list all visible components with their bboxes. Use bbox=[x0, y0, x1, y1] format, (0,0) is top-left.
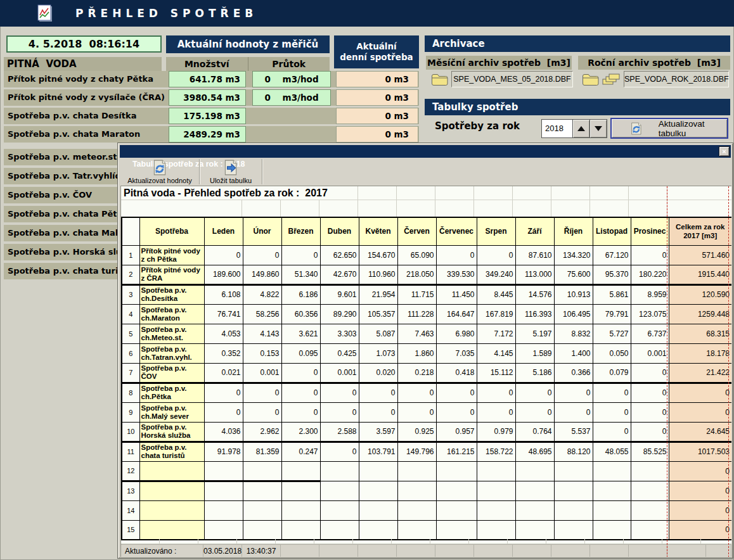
month-value-cell[interactable] bbox=[477, 461, 515, 481]
month-value-cell[interactable]: 0 bbox=[320, 383, 359, 402]
month-value-cell[interactable]: 0 bbox=[436, 383, 477, 402]
month-value-cell[interactable]: 0 bbox=[359, 383, 397, 402]
row-number-cell[interactable]: 15 bbox=[122, 520, 139, 540]
month-value-cell[interactable]: 0 bbox=[281, 402, 320, 422]
row-number-cell[interactable]: 3 bbox=[122, 284, 139, 304]
month-value-cell[interactable] bbox=[281, 500, 320, 520]
month-value-cell[interactable]: 149.796 bbox=[397, 442, 436, 461]
month-value-cell[interactable]: 5.186 bbox=[515, 363, 554, 383]
month-value-cell[interactable]: 0 bbox=[631, 402, 669, 422]
update-table-button[interactable]: Aktualizovat tabulku bbox=[610, 118, 728, 139]
row-number-cell[interactable]: 11 bbox=[122, 442, 139, 461]
month-value-cell[interactable]: 0 bbox=[631, 422, 669, 442]
month-value-cell[interactable]: 0 bbox=[204, 245, 243, 265]
consumption-name-cell[interactable]: Přítok pitné vody z ch Pětka bbox=[139, 245, 204, 265]
total-value-cell[interactable]: 68.315 bbox=[669, 324, 731, 343]
month-value-cell[interactable]: 95.370 bbox=[593, 265, 631, 284]
month-value-cell[interactable]: 0 bbox=[320, 402, 359, 422]
row-number-cell[interactable]: 9 bbox=[122, 402, 139, 422]
month-value-cell[interactable] bbox=[593, 461, 631, 481]
month-value-cell[interactable]: 0.020 bbox=[359, 363, 397, 383]
month-value-cell[interactable] bbox=[204, 520, 243, 540]
month-value-cell[interactable]: 3.597 bbox=[359, 422, 397, 442]
month-value-cell[interactable]: 85.525 bbox=[631, 442, 669, 461]
consumption-name-cell[interactable]: Spotřeba p.v. Horská služba bbox=[139, 422, 204, 442]
month-value-cell[interactable]: 0 bbox=[554, 383, 593, 402]
month-value-cell[interactable] bbox=[631, 500, 669, 520]
month-value-cell[interactable]: 0.418 bbox=[436, 363, 477, 383]
month-value-cell[interactable]: 0 bbox=[204, 402, 243, 422]
month-value-cell[interactable] bbox=[554, 520, 593, 540]
spinner-up-button[interactable] bbox=[573, 119, 590, 138]
month-value-cell[interactable]: 158.722 bbox=[477, 442, 515, 461]
month-value-cell[interactable] bbox=[204, 500, 243, 520]
month-value-cell[interactable]: 349.240 bbox=[477, 265, 515, 284]
month-value-cell[interactable]: 65.090 bbox=[397, 245, 436, 265]
row-number-cell[interactable]: 7 bbox=[122, 363, 139, 383]
consumption-name-cell[interactable]: Spotřeba p.v. ch.Meteo.st. bbox=[139, 324, 204, 343]
month-value-cell[interactable]: 0.001 bbox=[320, 363, 359, 383]
month-value-cell[interactable] bbox=[631, 481, 669, 500]
month-value-cell[interactable] bbox=[436, 520, 477, 540]
month-value-cell[interactable] bbox=[243, 520, 281, 540]
month-value-cell[interactable] bbox=[281, 481, 320, 500]
total-value-cell[interactable]: 1259.448 bbox=[669, 304, 731, 324]
month-value-cell[interactable]: 5.537 bbox=[554, 422, 593, 442]
month-value-cell[interactable]: 0.957 bbox=[436, 422, 477, 442]
month-value-cell[interactable]: 67.120 bbox=[593, 245, 631, 265]
row-number-cell[interactable]: 10 bbox=[122, 422, 139, 442]
month-value-cell[interactable]: 0 bbox=[281, 245, 320, 265]
month-value-cell[interactable] bbox=[554, 461, 593, 481]
month-value-cell[interactable]: 89.290 bbox=[320, 304, 359, 324]
row-number-cell[interactable]: 13 bbox=[122, 481, 139, 500]
total-value-cell[interactable]: 0 bbox=[669, 481, 731, 500]
month-value-cell[interactable]: 42.670 bbox=[320, 265, 359, 284]
month-value-cell[interactable] bbox=[243, 500, 281, 520]
month-value-cell[interactable]: 15.112 bbox=[477, 363, 515, 383]
month-value-cell[interactable] bbox=[436, 481, 477, 500]
month-value-cell[interactable] bbox=[204, 461, 243, 481]
month-value-cell[interactable] bbox=[397, 461, 436, 481]
month-value-cell[interactable]: 5.197 bbox=[515, 324, 554, 343]
month-value-cell[interactable]: 0.153 bbox=[243, 343, 281, 363]
month-value-cell[interactable]: 1.400 bbox=[554, 343, 593, 363]
month-value-cell[interactable] bbox=[320, 500, 359, 520]
total-value-cell[interactable]: 21.422 bbox=[669, 363, 731, 383]
month-value-cell[interactable]: 3.621 bbox=[281, 324, 320, 343]
month-value-cell[interactable]: 0.050 bbox=[593, 343, 631, 363]
month-value-cell[interactable]: 0.001 bbox=[631, 343, 669, 363]
month-value-cell[interactable]: 0.247 bbox=[281, 442, 320, 461]
month-value-cell[interactable]: 0 bbox=[477, 402, 515, 422]
month-value-cell[interactable]: 2.962 bbox=[243, 422, 281, 442]
consumption-name-cell[interactable]: Spotřeba p.v. ch.Tatran.vyhl. bbox=[139, 343, 204, 363]
total-value-cell[interactable]: 24.645 bbox=[669, 422, 731, 442]
total-value-cell[interactable]: 0 bbox=[669, 383, 731, 402]
month-value-cell[interactable]: 76.741 bbox=[204, 304, 243, 324]
month-value-cell[interactable] bbox=[593, 481, 631, 500]
month-value-cell[interactable] bbox=[515, 500, 554, 520]
month-value-cell[interactable]: 6.980 bbox=[436, 324, 477, 343]
month-value-cell[interactable]: 0 bbox=[593, 383, 631, 402]
month-value-cell[interactable]: 164.647 bbox=[436, 304, 477, 324]
month-value-cell[interactable]: 0 bbox=[243, 245, 281, 265]
close-icon[interactable]: × bbox=[719, 146, 730, 156]
consumption-name-cell[interactable]: Spotřeba p.v. ČOV bbox=[139, 363, 204, 383]
month-value-cell[interactable]: 0 bbox=[477, 383, 515, 402]
month-value-cell[interactable] bbox=[397, 481, 436, 500]
total-value-cell[interactable]: 0 bbox=[669, 520, 731, 540]
month-value-cell[interactable]: 21.954 bbox=[359, 284, 397, 304]
month-value-cell[interactable]: 106.495 bbox=[554, 304, 593, 324]
month-value-cell[interactable]: 111.228 bbox=[397, 304, 436, 324]
month-value-cell[interactable] bbox=[281, 520, 320, 540]
month-value-cell[interactable]: 0 bbox=[477, 245, 515, 265]
archive-stack-icon[interactable] bbox=[602, 73, 621, 88]
month-value-cell[interactable]: 0 bbox=[631, 363, 669, 383]
month-value-cell[interactable]: 8.959 bbox=[631, 284, 669, 304]
consumption-name-cell[interactable]: Spotřeba p.v. chata turistů bbox=[139, 442, 204, 461]
month-value-cell[interactable]: 1.860 bbox=[397, 343, 436, 363]
total-value-cell[interactable]: 1017.503 bbox=[669, 442, 731, 461]
month-value-cell[interactable]: 11.450 bbox=[436, 284, 477, 304]
month-value-cell[interactable] bbox=[631, 461, 669, 481]
consumption-name-cell[interactable] bbox=[139, 500, 204, 520]
month-value-cell[interactable] bbox=[515, 481, 554, 500]
